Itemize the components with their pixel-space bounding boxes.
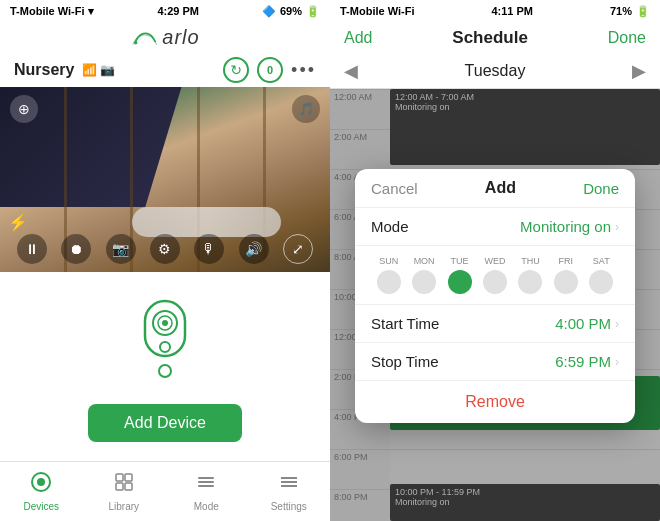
day-label-wed: WED <box>484 256 505 266</box>
day-col-thu[interactable]: THU <box>518 256 542 294</box>
camera-feed-content: 🎵 ⊕ ⚡ ⏸ ⏺ 📷 ⚙ 🎙 🔊 ⤢ <box>0 87 330 272</box>
next-day-button[interactable]: ▶ <box>632 60 646 82</box>
nursery-title: Nursery <box>14 61 74 79</box>
cam-pan-icon[interactable]: ⊕ <box>10 95 38 123</box>
svg-point-4 <box>162 320 168 326</box>
refresh-icon-circle[interactable]: ↺ <box>223 57 249 83</box>
right-panel: T-Mobile Wi-Fi 4:11 PM 71% 🔋 Add Schedul… <box>330 0 660 521</box>
play-button[interactable]: ⏺ <box>61 234 91 264</box>
popup-cancel-button[interactable]: Cancel <box>371 180 418 197</box>
left-panel: T-Mobile Wi-Fi ▾ 4:29 PM 🔷 69% 🔋 arlo Nu… <box>0 0 330 521</box>
mode-nav-icon <box>195 471 217 498</box>
mode-chevron-icon: › <box>615 220 619 234</box>
mic-button[interactable]: 🎙 <box>194 234 224 264</box>
nav-item-devices[interactable]: Devices <box>0 462 83 521</box>
svg-rect-12 <box>125 483 132 490</box>
svg-rect-11 <box>116 483 123 490</box>
prev-day-button[interactable]: ◀ <box>344 60 358 82</box>
stop-time-label: Stop Time <box>371 353 439 370</box>
library-nav-icon <box>113 471 135 498</box>
nav-item-settings[interactable]: Settings <box>248 462 331 521</box>
right-carrier-text: T-Mobile Wi-Fi <box>340 5 414 17</box>
settings-button[interactable]: ⚙ <box>150 234 180 264</box>
day-col-mon[interactable]: MON <box>412 256 436 294</box>
day-col-sun[interactable]: SUN <box>377 256 401 294</box>
right-battery-text: 71% <box>610 5 632 17</box>
right-battery: 71% 🔋 <box>610 5 650 18</box>
camera-feed: 🎵 ⊕ ⚡ ⏸ ⏺ 📷 ⚙ 🎙 🔊 ⤢ <box>0 87 330 272</box>
day-label-tue: TUE <box>451 256 469 266</box>
left-bottom-nav: Devices Library Mode Settings <box>0 461 330 521</box>
start-time-label: Start Time <box>371 315 439 332</box>
cam-note-icon[interactable]: 🎵 <box>292 95 320 123</box>
day-col-tue[interactable]: TUE <box>448 256 472 294</box>
left-carrier: T-Mobile Wi-Fi ▾ <box>10 5 94 18</box>
fullscreen-button[interactable]: ⤢ <box>283 234 313 264</box>
wifi-signal-icon: 📶 <box>82 63 97 77</box>
device-icon <box>130 291 200 386</box>
right-time: 4:11 PM <box>491 5 533 17</box>
volume-button[interactable]: 🔊 <box>239 234 269 264</box>
arlo-logo-text: arlo <box>162 26 199 49</box>
settings-nav-label: Settings <box>271 501 307 512</box>
carrier-text: T-Mobile Wi-Fi <box>10 5 84 17</box>
arlo-logo-icon <box>130 29 158 47</box>
day-dots-row: SUN MON TUE WED <box>355 246 635 305</box>
day-col-fri[interactable]: FRI <box>554 256 578 294</box>
nav-item-mode[interactable]: Mode <box>165 462 248 521</box>
day-dot-sun <box>377 270 401 294</box>
right-status-bar: T-Mobile Wi-Fi 4:11 PM 71% 🔋 <box>330 0 660 22</box>
svg-rect-14 <box>198 481 214 483</box>
stop-time-value: 6:59 PM › <box>555 353 619 370</box>
day-col-wed[interactable]: WED <box>483 256 507 294</box>
day-label-sat: SAT <box>593 256 610 266</box>
day-dot-mon <box>412 270 436 294</box>
right-carrier: T-Mobile Wi-Fi <box>340 5 414 17</box>
start-time-text: 4:00 PM <box>555 315 611 332</box>
battery-icon: 🔋 <box>306 5 320 18</box>
pause-button[interactable]: ⏸ <box>17 234 47 264</box>
svg-point-5 <box>160 342 170 352</box>
subheader-icons: ↺ 0 ••• <box>223 57 316 83</box>
svg-rect-9 <box>116 474 123 481</box>
stop-time-text: 6:59 PM <box>555 353 611 370</box>
refresh-icon: ↺ <box>230 62 242 78</box>
devices-nav-label: Devices <box>23 501 59 512</box>
schedule-add-button[interactable]: Add <box>344 29 372 47</box>
day-label-mon: MON <box>414 256 435 266</box>
popup-stop-time-row[interactable]: Stop Time 6:59 PM › <box>355 343 635 381</box>
bluetooth-icon: 🔷 <box>262 5 276 18</box>
remove-button[interactable]: Remove <box>355 381 635 423</box>
left-status-bar: T-Mobile Wi-Fi ▾ 4:29 PM 🔷 69% 🔋 <box>0 0 330 22</box>
popup-start-time-row[interactable]: Start Time 4:00 PM › <box>355 305 635 343</box>
mode-label: Mode <box>371 218 409 235</box>
mode-value-text: Monitoring on <box>520 218 611 235</box>
stop-time-chevron-icon: › <box>615 355 619 369</box>
battery-text: 69% <box>280 5 302 17</box>
left-logo-header: arlo <box>0 22 330 55</box>
add-device-button[interactable]: Add Device <box>88 404 242 442</box>
snapshot-button[interactable]: 📷 <box>106 234 136 264</box>
schedule-title: Schedule <box>452 28 528 48</box>
popup-card: Cancel Add Done Mode Monitoring on › SUN <box>355 169 635 423</box>
popup-done-button[interactable]: Done <box>583 180 619 197</box>
day-dot-fri <box>554 270 578 294</box>
day-col-sat[interactable]: SAT <box>589 256 613 294</box>
popup-add-label: Add <box>485 179 516 197</box>
count-icon-circle[interactable]: 0 <box>257 57 283 83</box>
schedule-body: 12:00 AM 2:00 AM 4:00 AM 6:00 AM 8:00 AM… <box>330 89 660 521</box>
start-time-chevron-icon: › <box>615 317 619 331</box>
svg-rect-1 <box>145 301 185 356</box>
baby-figure <box>132 207 281 237</box>
more-dots[interactable]: ••• <box>291 60 316 81</box>
left-time: 4:29 PM <box>157 5 199 17</box>
schedule-done-button[interactable]: Done <box>608 29 646 47</box>
nav-item-library[interactable]: Library <box>83 462 166 521</box>
cam-top-left: ⊕ <box>10 95 38 123</box>
svg-point-6 <box>159 365 171 377</box>
cam-top-controls: 🎵 <box>292 95 320 123</box>
day-label-sun: SUN <box>379 256 398 266</box>
popup-mode-row[interactable]: Mode Monitoring on › <box>355 208 635 246</box>
devices-nav-icon <box>30 471 52 498</box>
left-battery: 🔷 69% 🔋 <box>262 5 320 18</box>
